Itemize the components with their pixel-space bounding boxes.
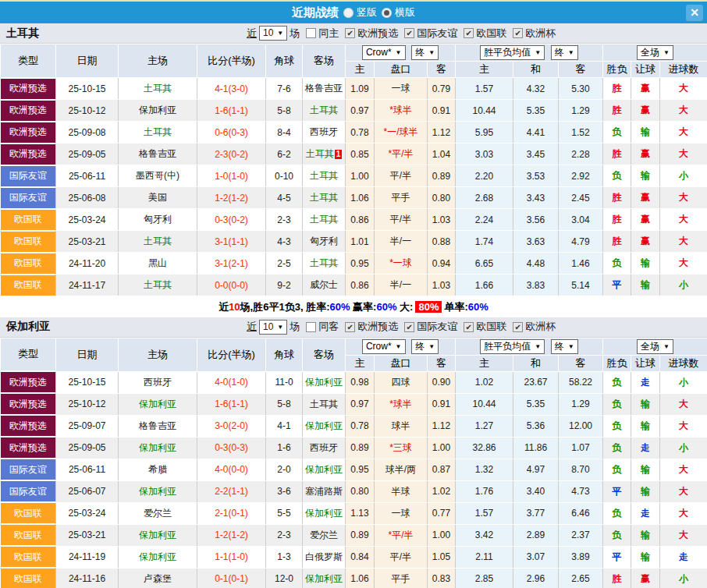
odds-away: 0.83 [428, 568, 456, 588]
recent-count-select[interactable]: 10▼ [259, 26, 287, 41]
home-team: 保加利亚 [119, 393, 197, 415]
fulltime-value: 全场 [641, 341, 659, 352]
radio-vertical-icon[interactable] [343, 8, 354, 18]
result-handicap: 走 [631, 502, 660, 524]
odds-away: 1.05 [428, 546, 456, 568]
radio-horizontal-icon[interactable] [382, 8, 392, 18]
result-handicap: 输 [631, 415, 660, 437]
result-handicap: 输 [631, 253, 660, 275]
close-icon[interactable]: ✕ [686, 5, 703, 21]
col-away: 客场 [303, 338, 346, 371]
chevron-down-icon: ▼ [568, 341, 574, 352]
match-row: 欧国联25-03-21保加利亚1-2(1-2)2-3爱尔兰0.89*平/半1.0… [1, 524, 707, 546]
recent-link[interactable]: 近 [247, 27, 257, 41]
avg-home: 3.42 [456, 524, 513, 546]
score-halftime: 2-3(0-2) [197, 143, 266, 165]
league-badge: 欧洲预选 [1, 393, 56, 415]
corners: 7-6 [266, 78, 303, 100]
checkbox-league-2[interactable]: ✔ [464, 28, 474, 38]
result-goals: 大 [660, 253, 707, 275]
league-badge: 欧洲预选 [1, 415, 56, 437]
avg-away: 2.92 [559, 165, 603, 187]
chevron-down-icon: ▼ [568, 47, 574, 58]
avg-group: 胜平负均值▼ 终▼ [456, 338, 603, 355]
recent-link[interactable]: 近 [247, 320, 257, 334]
checkbox-same-away[interactable] [306, 322, 316, 332]
away-team: 土耳其 [303, 209, 346, 231]
checkbox-same-home[interactable] [306, 28, 316, 38]
avg-away: 5.30 [559, 78, 603, 100]
home-team: 匈牙利 [119, 209, 197, 231]
final-select[interactable]: 终▼ [411, 339, 439, 354]
corners: 1-3 [266, 546, 303, 568]
radio-horizontal[interactable]: 横版 [382, 5, 415, 19]
avg-home: 1.02 [456, 371, 513, 393]
away-team: 保加利亚 [303, 371, 346, 393]
bookmaker-select[interactable]: Crow*▼ [362, 339, 406, 354]
checkbox-league-0[interactable]: ✔ [345, 28, 355, 38]
league-label-1: 国际友谊 [417, 27, 457, 41]
bookmaker-select[interactable]: Crow*▼ [362, 45, 406, 60]
result-goals: 大 [660, 100, 707, 122]
odds-home: 0.95 [346, 253, 375, 275]
result-handicap: 输 [631, 393, 660, 415]
fulltime-select[interactable]: 全场▼ [637, 45, 673, 60]
chevron-down-icon: ▼ [396, 47, 402, 58]
odds-away: 0.94 [428, 253, 456, 275]
checkbox-league-3[interactable]: ✔ [513, 322, 523, 332]
checkbox-league-1[interactable]: ✔ [404, 322, 414, 332]
match-date: 25-03-21 [56, 231, 119, 253]
score-halftime: 0-6(0-3) [197, 122, 266, 143]
score-halftime: 4-0(1-0) [197, 371, 266, 393]
fulltime-select[interactable]: 全场▼ [637, 339, 673, 354]
avg-select[interactable]: 胜平负均值▼ [480, 339, 545, 354]
result-goals: 大 [660, 393, 707, 415]
result-handicap: 输 [631, 275, 660, 296]
home-team: 保加利亚 [119, 480, 197, 502]
final-select-2[interactable]: 终▼ [551, 45, 578, 60]
odds-home: 0.85 [346, 143, 375, 165]
avg-away: 3.89 [559, 546, 603, 568]
result-goals: 大 [660, 231, 707, 253]
league-badge: 欧洲预选 [1, 122, 56, 143]
result-handicap: 赢 [631, 100, 660, 122]
avg-away: 3.04 [559, 209, 603, 231]
avg-draw: 4.97 [513, 459, 559, 480]
avg-home: 1.57 [456, 502, 513, 524]
radio-vertical[interactable]: 竖版 [343, 5, 377, 19]
result-goals: 大 [660, 78, 707, 100]
odds-away: 1.00 [428, 437, 456, 459]
checkbox-league-3[interactable]: ✔ [513, 28, 523, 38]
section-header-turkey: 土耳其 近 10▼ 场 同主 ✔欧洲预选 ✔国际友谊 ✔欧国联 ✔欧洲杯 [0, 23, 707, 44]
checkbox-league-2[interactable]: ✔ [464, 322, 474, 332]
score-halftime: 1-1(1-0) [197, 546, 266, 568]
result-handicap: 赢 [631, 231, 660, 253]
summary-part: 近 [218, 300, 229, 314]
match-date: 24-11-16 [56, 568, 119, 588]
checkbox-league-1[interactable]: ✔ [404, 28, 414, 38]
away-team: 西班牙 [303, 437, 346, 459]
handicap: 平手 [375, 568, 428, 588]
score-halftime: 1-2(1-2) [197, 524, 266, 546]
avg-draw: 3.77 [513, 502, 559, 524]
score-halftime: 4-1(3-0) [197, 78, 266, 100]
same-away-label: 同客 [318, 320, 339, 334]
checkbox-league-0[interactable]: ✔ [345, 322, 355, 332]
chevron-down-icon: ▼ [396, 341, 402, 352]
bookmaker-value: Crow* [366, 47, 392, 58]
col-score: 比分(半场) [197, 44, 266, 78]
odds-away: 0.91 [428, 100, 456, 122]
home-team: 土耳其 [119, 122, 197, 143]
recent-count-select[interactable]: 10▼ [259, 320, 287, 335]
league-badge: 欧国联 [1, 275, 56, 296]
league-badge: 欧国联 [1, 502, 56, 524]
final-select[interactable]: 终▼ [411, 45, 439, 60]
match-row: 欧洲预选25-10-12保加利亚1-6(1-1)5-8土耳其0.97*球半0.9… [1, 393, 707, 415]
odds-home: 0.89 [346, 437, 375, 459]
score-halftime: 0-0(0-0) [197, 275, 266, 296]
avg-select[interactable]: 胜平负均值▼ [480, 45, 545, 60]
avg-home: 1.76 [456, 480, 513, 502]
match-date: 25-06-08 [56, 187, 119, 209]
final-select-2[interactable]: 终▼ [551, 339, 578, 354]
result-wdl: 负 [603, 459, 631, 480]
